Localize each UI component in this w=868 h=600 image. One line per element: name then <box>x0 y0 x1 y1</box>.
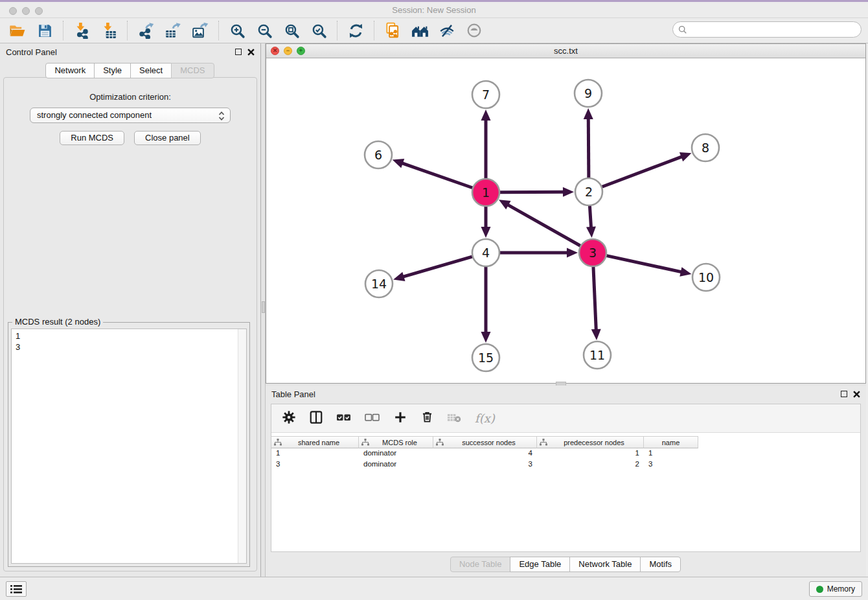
float-panel-icon[interactable] <box>841 391 847 397</box>
graph-edge[interactable] <box>602 156 683 187</box>
control-panel: Control Panel NetworkStyleSelectMCDS Opt… <box>0 43 261 577</box>
edge-arrowhead-icon <box>563 187 574 197</box>
select-all-icon[interactable] <box>336 412 352 425</box>
gear-icon[interactable] <box>282 410 296 427</box>
tab-node-table[interactable]: Node Table <box>450 557 511 572</box>
graph-edge[interactable] <box>402 257 472 277</box>
cell-name[interactable]: 3 <box>644 459 698 470</box>
zoom-in-icon[interactable] <box>225 20 249 41</box>
export-network-icon[interactable] <box>134 20 157 41</box>
cell-predecessor-nodes[interactable]: 2 <box>537 459 644 470</box>
column-header-mcds-role[interactable]: MCDS role <box>359 436 433 448</box>
export-table-icon[interactable] <box>161 20 185 41</box>
graph-node-label: 3 <box>589 246 597 260</box>
shared-column-icon <box>436 439 444 446</box>
close-panel-icon[interactable] <box>247 49 255 56</box>
edge-arrowhead-icon <box>680 152 692 161</box>
memory-button[interactable]: Memory <box>809 581 862 597</box>
mcds-result-list[interactable]: 1 3 <box>11 329 247 564</box>
graph-edge[interactable] <box>588 117 589 178</box>
cell-name[interactable]: 1 <box>644 448 698 459</box>
node-table: shared name MCDS role successor nodes pr… <box>271 436 860 470</box>
mcds-result-title: MCDS result (2 nodes) <box>12 317 103 327</box>
close-panel-icon[interactable] <box>853 391 860 398</box>
edge-arrowhead-icon <box>481 227 491 238</box>
edge-arrowhead-icon <box>481 110 491 121</box>
cell-mcds-role[interactable]: dominator <box>359 448 433 459</box>
tab-select[interactable]: Select <box>130 63 172 78</box>
graph-edge[interactable] <box>507 204 580 246</box>
hide-selected-icon[interactable] <box>435 20 459 41</box>
column-header-shared-name[interactable]: shared name <box>271 436 359 448</box>
graph-edge[interactable] <box>500 192 565 192</box>
table-row[interactable]: 3 dominator 3 2 3 <box>271 459 860 470</box>
show-all-icon[interactable] <box>463 20 486 41</box>
graph-node-label: 1 <box>482 185 490 200</box>
table-row[interactable]: 1 dominator 4 1 1 <box>271 448 860 459</box>
network-graph[interactable]: 7968124314101511 <box>266 58 865 383</box>
refresh-layout-icon[interactable] <box>344 20 367 41</box>
search-input[interactable] <box>691 23 861 36</box>
column-header-name[interactable]: name <box>644 436 698 448</box>
cell-successor-nodes[interactable]: 4 <box>433 448 537 459</box>
float-panel-icon[interactable] <box>235 49 242 55</box>
tab-edge-table[interactable]: Edge Table <box>510 557 570 572</box>
optimization-criterion-select[interactable]: strongly connected component <box>30 108 231 123</box>
import-network-icon[interactable] <box>70 20 93 41</box>
window-title: Session: New Session <box>0 2 868 20</box>
graph-node-label: 11 <box>589 348 605 362</box>
network-window-titlebar: ✕ − + scc.txt <box>266 44 865 58</box>
export-image-icon[interactable] <box>188 20 212 41</box>
save-session-icon[interactable] <box>33 20 56 41</box>
cell-shared-name[interactable]: 3 <box>271 459 359 470</box>
cell-predecessor-nodes[interactable]: 1 <box>537 448 644 459</box>
import-table-icon[interactable] <box>97 20 120 41</box>
graph-edge[interactable] <box>593 267 596 331</box>
tab-style[interactable]: Style <box>94 63 131 78</box>
tab-network[interactable]: Network <box>45 63 95 78</box>
run-mcds-button[interactable]: Run MCDS <box>60 131 124 145</box>
task-history-button[interactable] <box>6 581 27 597</box>
cell-mcds-role[interactable]: dominator <box>359 459 433 470</box>
new-network-from-selection-icon[interactable] <box>381 20 404 41</box>
tab-motifs[interactable]: Motifs <box>640 557 681 572</box>
search-field[interactable] <box>672 21 862 38</box>
delete-column-icon[interactable] <box>420 410 434 426</box>
graph-edge[interactable] <box>401 163 472 188</box>
column-header-successor-nodes[interactable]: successor nodes <box>433 436 537 448</box>
chevron-updown-icon <box>218 110 225 126</box>
toolbar-separator <box>374 21 374 40</box>
column-header-predecessor-nodes[interactable]: predecessor nodes <box>537 436 644 448</box>
first-neighbors-icon[interactable] <box>408 20 431 41</box>
result-scrollbar[interactable] <box>238 329 246 563</box>
graph-node-label: 14 <box>371 277 387 291</box>
vertical-splitter[interactable] <box>261 43 266 577</box>
zoom-selected-icon[interactable] <box>307 20 330 41</box>
cell-shared-name[interactable]: 1 <box>271 448 359 459</box>
graph-edge[interactable] <box>589 206 591 229</box>
open-session-icon[interactable] <box>6 20 29 41</box>
result-line: 1 <box>16 330 242 341</box>
function-builder-icon[interactable]: f(x) <box>475 411 495 425</box>
list-icon <box>10 584 22 594</box>
network-canvas[interactable]: 7968124314101511 <box>266 58 865 383</box>
graph-node-label: 8 <box>702 141 709 155</box>
split-columns-icon[interactable] <box>309 410 323 427</box>
main-toolbar <box>0 18 868 43</box>
splitter-handle[interactable] <box>262 301 265 313</box>
table-panel-tabs: Node TableEdge TableNetwork TableMotifs <box>266 557 866 572</box>
deselect-all-icon[interactable] <box>365 412 380 425</box>
close-panel-button[interactable]: Close panel <box>134 131 201 145</box>
zoom-out-icon[interactable] <box>253 20 276 41</box>
zoom-fit-icon[interactable] <box>280 20 303 41</box>
delete-table-icon[interactable] <box>447 411 462 426</box>
tab-mcds[interactable]: MCDS <box>171 63 214 78</box>
table-panel: Table Panel <box>266 386 866 577</box>
add-column-icon[interactable] <box>393 410 407 427</box>
edge-arrowhead-icon <box>393 159 405 168</box>
memory-status-icon <box>816 586 823 593</box>
cell-successor-nodes[interactable]: 3 <box>433 459 537 470</box>
titlebar: Session: New Session <box>0 0 868 18</box>
tab-network-table[interactable]: Network Table <box>569 557 641 572</box>
graph-edge[interactable] <box>606 256 682 272</box>
